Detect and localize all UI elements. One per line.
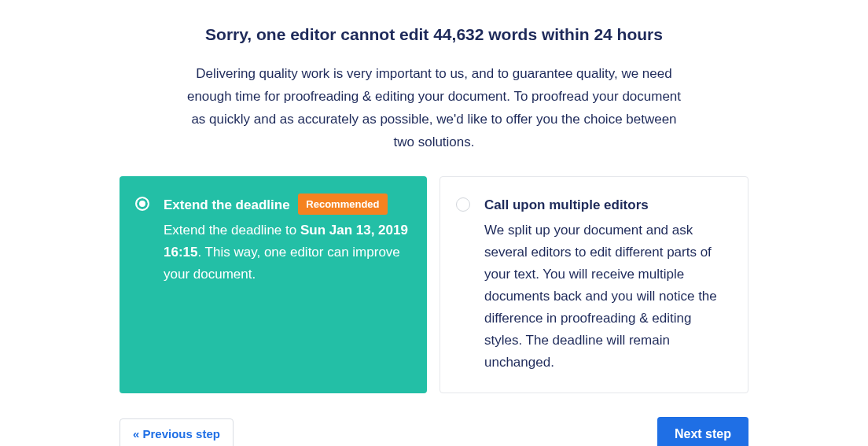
option-extend-deadline[interactable]: Extend the deadline Recommended Extend t… (120, 176, 427, 393)
option-extend-title: Extend the deadline (164, 197, 290, 212)
radio-unselected-icon (456, 197, 470, 212)
options-row: Extend the deadline Recommended Extend t… (120, 176, 748, 393)
previous-step-button[interactable]: « Previous step (120, 418, 234, 446)
next-step-button[interactable]: Next step (657, 417, 748, 446)
radio-selected-icon (135, 197, 149, 211)
page-heading: Sorry, one editor cannot edit 44,632 wor… (120, 25, 748, 44)
option-extend-body: Extend the deadline to Sun Jan 13, 2019 … (164, 219, 408, 286)
option-multiple-editors[interactable]: Call upon multiple editors We split up y… (440, 176, 748, 393)
option-multiple-title: Call upon multiple editors (484, 197, 649, 212)
page-subtext: Delivering quality work is very importan… (182, 63, 686, 154)
extend-body-prefix: Extend the deadline to (164, 223, 300, 238)
nav-row: « Previous step Next step (120, 417, 748, 446)
recommended-badge: Recommended (298, 194, 387, 215)
extend-body-suffix: . This way, one editor can improve your … (164, 245, 400, 282)
option-multiple-body: We split up your document and ask severa… (484, 219, 729, 374)
